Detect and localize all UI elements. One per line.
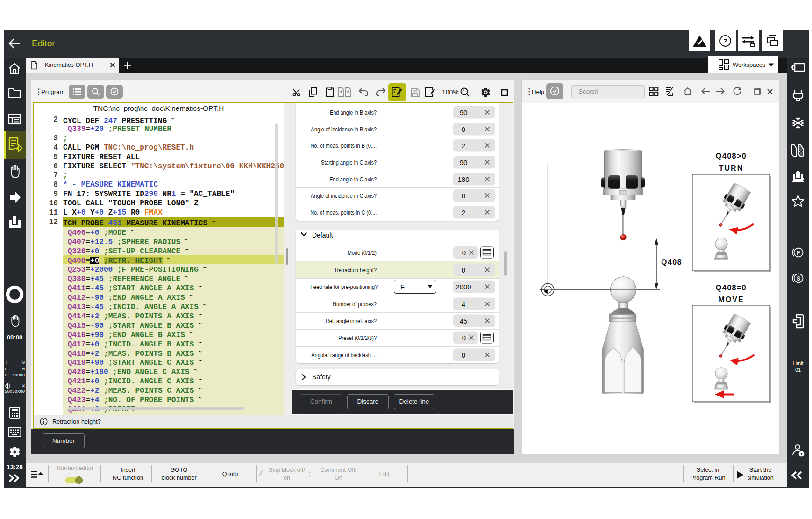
svg-text:S: S — [797, 275, 800, 282]
svg-text:Q408=0: Q408=0 — [716, 284, 747, 292]
svg-text:TURN: TURN — [719, 164, 743, 172]
svg-text:Q408: Q408 — [661, 258, 682, 266]
svg-text:F: F — [797, 250, 800, 256]
svg-text:Q408>0: Q408>0 — [716, 152, 747, 160]
svg-text:?: ? — [723, 37, 727, 45]
svg-text:MOVE: MOVE — [718, 296, 744, 303]
